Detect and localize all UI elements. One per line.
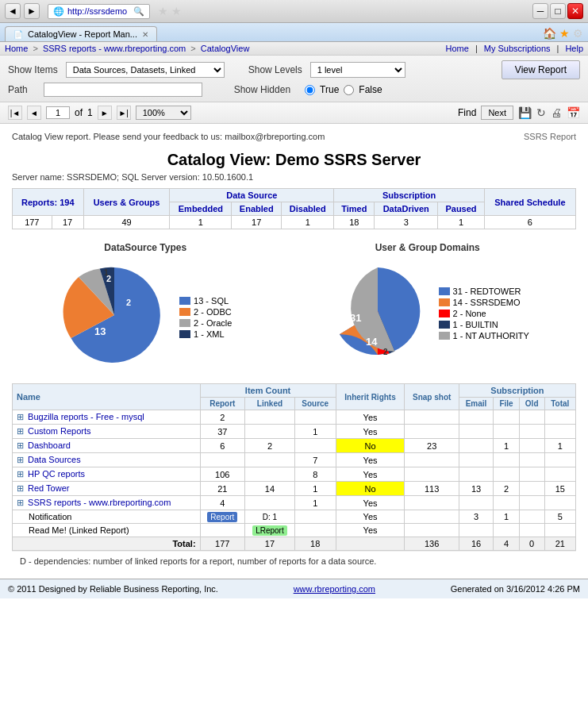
forward-button[interactable]: ►	[24, 3, 40, 19]
print-icon[interactable]: 🖨	[551, 106, 562, 119]
expand-icon[interactable]: ⊞	[17, 412, 24, 421]
next-page-button[interactable]: ►	[98, 106, 112, 120]
row-name: ⊞ HP QC reports	[13, 467, 201, 482]
expand-icon[interactable]: ⊞	[17, 498, 24, 507]
row-report: 6	[200, 439, 244, 453]
nav-help-link[interactable]: Help	[565, 44, 583, 53]
expand-icon[interactable]: ⊞	[17, 440, 24, 450]
row-total: 1	[544, 439, 575, 453]
prev-page-button[interactable]: ◄	[27, 106, 41, 120]
first-page-button[interactable]: |◄	[8, 106, 22, 120]
ssrsdemo-label: 14	[366, 336, 378, 348]
tab-icon: 📄	[13, 30, 23, 39]
export-icon[interactable]: 💾	[518, 106, 532, 119]
refresh-icon[interactable]: ↻	[536, 106, 546, 119]
minimize-button[interactable]: ─	[532, 3, 548, 19]
usergroup-chart-title: User & Group Domains	[326, 242, 529, 253]
breadcrumb-home[interactable]: Home	[5, 44, 28, 53]
page-input[interactable]	[46, 106, 70, 119]
last-page-button[interactable]: ►|	[117, 106, 131, 120]
detail-footnote: D - dependencies: number of linked repor…	[12, 551, 576, 571]
totals-inherit	[336, 537, 405, 551]
breadcrumb-sep2: >	[190, 44, 198, 53]
row-link[interactable]: Bugzilla reports - Free - mysql	[28, 412, 144, 421]
row-name: ⊞ SSRS reports - www.rbreporting.com	[13, 496, 201, 510]
show-items-label: Show Items	[8, 64, 58, 75]
totals-file: 4	[494, 537, 520, 551]
row-file	[494, 496, 520, 510]
tab-close-button[interactable]: ✕	[142, 30, 148, 39]
toolbar-row-2: Path Show Hidden True False	[8, 83, 580, 97]
row-total: 15	[544, 482, 575, 496]
row-inherit: Yes	[336, 496, 405, 510]
table-row: Notification Report D: 1 Yes 3 1 5	[13, 510, 576, 524]
tools-icon[interactable]: ⚙	[573, 27, 583, 40]
expand-icon[interactable]: ⊞	[17, 455, 24, 464]
show-levels-select[interactable]: 1 level	[310, 62, 405, 78]
report-header-row: Catalog View report. Please send your fe…	[12, 132, 576, 144]
row-report: 21	[200, 482, 244, 496]
url-icon: 🌐	[53, 6, 64, 17]
website-link[interactable]: www.rbreporting.com	[294, 584, 375, 594]
nt-color	[439, 332, 450, 340]
row-old	[519, 482, 544, 496]
paused-value: 1	[438, 216, 485, 229]
show-items-select[interactable]: Data Sources, Datasets, Linked	[66, 62, 225, 78]
zoom-select[interactable]: 100%	[136, 106, 191, 120]
totals-snapshot: 136	[405, 537, 459, 551]
radio-true[interactable]	[305, 85, 315, 95]
row-total	[544, 496, 575, 510]
row-link[interactable]: Dashboard	[28, 440, 71, 450]
expand-icon[interactable]: ⊞	[17, 483, 24, 493]
embedded-header: Embedded	[170, 202, 232, 216]
row-link[interactable]: SSRS reports - www.rbreporting.com	[28, 498, 171, 507]
tab-label: CatalogView - Report Man...	[28, 29, 137, 39]
back-button[interactable]: ◄	[5, 3, 21, 19]
expand-icon[interactable]: ⊞	[17, 426, 24, 436]
sql-legend: 13 - SQL	[179, 296, 232, 306]
row-link[interactable]: Data Sources	[28, 455, 81, 464]
row-snapshot	[405, 410, 459, 425]
nav-subscriptions-link[interactable]: My Subscriptions	[484, 44, 551, 53]
embedded-value: 1	[170, 216, 232, 229]
close-button[interactable]: ✕	[567, 3, 583, 19]
sql-color	[179, 297, 190, 305]
find-label: Find	[458, 107, 476, 118]
address-bar[interactable]: 🌐 http://ssrsdemo 🔍	[48, 4, 150, 19]
home-icon[interactable]: 🏠	[543, 27, 556, 40]
maximize-button[interactable]: □	[550, 3, 566, 19]
view-report-button[interactable]: View Report	[502, 60, 580, 79]
path-input[interactable]	[44, 83, 202, 97]
usergroup-chart: User & Group Domains	[326, 242, 529, 363]
radio-false-label: False	[359, 84, 382, 95]
nav-home-link[interactable]: Home	[446, 44, 469, 53]
row-link[interactable]: HP QC reports	[28, 469, 85, 479]
calendar-icon[interactable]: 📅	[567, 106, 580, 119]
tab-report-manager[interactable]: 📄 CatalogView - Report Man... ✕	[5, 26, 157, 41]
radio-false[interactable]	[344, 85, 354, 95]
total-subheader: Total	[544, 398, 575, 410]
star-icon[interactable]: ★	[158, 5, 168, 17]
ssrs-report-label: SSRS Report	[524, 132, 576, 141]
row-inherit: Yes	[336, 524, 405, 537]
favorites-icon[interactable]: ★	[559, 27, 570, 40]
row-link[interactable]: Custom Reports	[28, 426, 90, 436]
row-inherit: Yes	[336, 425, 405, 439]
row-old	[519, 467, 544, 482]
next-find-button[interactable]: Next	[481, 106, 513, 120]
row-inherit: No	[336, 482, 405, 496]
row-name: Notification	[13, 510, 201, 524]
breadcrumb-ssrs[interactable]: SSRS reports - www.rbreporting.com	[43, 44, 186, 53]
row-inherit: Yes	[336, 510, 405, 524]
add-favorite-icon[interactable]: ★	[171, 5, 182, 17]
row-linked: D: 1	[245, 510, 295, 524]
normal-value: 177	[13, 216, 52, 229]
window-buttons: ─ □ ✕	[532, 3, 583, 19]
expand-icon[interactable]: ⊞	[17, 469, 24, 479]
row-link[interactable]: Red Tower	[28, 483, 69, 493]
table-row: ⊞ HP QC reports 106 8 Yes	[13, 467, 576, 482]
row-file	[494, 410, 520, 425]
redtower-legend: 31 - REDTOWER	[439, 287, 529, 296]
breadcrumb-catalog[interactable]: CatalogView	[201, 44, 250, 53]
data-driven-value: 3	[375, 216, 438, 229]
